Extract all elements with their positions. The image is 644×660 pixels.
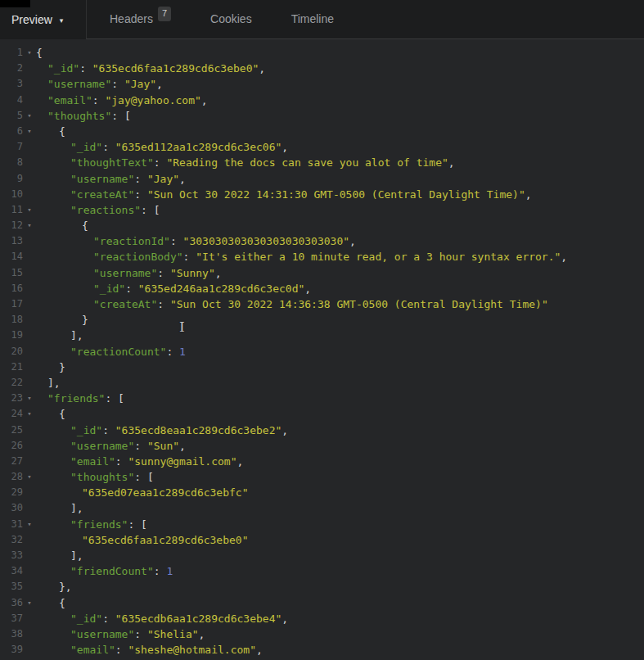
json-punctuation: :	[125, 283, 138, 295]
fold-gutter-spacer	[23, 359, 36, 375]
code-line[interactable]: 12▾{	[0, 218, 644, 233]
fold-gutter-spacer	[23, 281, 36, 296]
json-string: "635ed07eaa1c289cd6c3ebfc"	[82, 486, 249, 499]
code-line-content: "_id": "635ecd6faa1c289cd6c3ebe0",	[36, 61, 644, 76]
tab-timeline[interactable]: Timeline	[291, 0, 358, 38]
code-line[interactable]: 20"reactionCount": 1	[0, 344, 644, 359]
json-preview-editor[interactable]: 1▾{2"_id": "635ecd6faa1c289cd6c3ebe0",3"…	[0, 39, 644, 658]
code-line[interactable]: 16"_id": "635ed246aa1c289cd6c3ec0d",	[0, 281, 644, 296]
code-line[interactable]: 35},	[0, 579, 644, 594]
code-line[interactable]: 27"email": "sunny@gmail.com",	[0, 454, 644, 469]
tab-headers[interactable]: Headers 7	[110, 0, 196, 38]
json-key: "reactions"	[70, 204, 141, 216]
json-punctuation: ,	[304, 283, 311, 295]
line-number: 18	[0, 312, 23, 328]
code-line[interactable]: 4"email": "jay@yahoo.com",	[0, 93, 644, 108]
tab-cookies-label: Cookies	[210, 0, 252, 38]
corner-artifact	[0, 0, 30, 7]
code-line[interactable]: 9"username": "Jay",	[0, 171, 644, 187]
json-key: "_id"	[47, 62, 79, 75]
fold-toggle-icon[interactable]: ▾	[23, 469, 36, 485]
fold-toggle-icon[interactable]: ▾	[23, 202, 36, 218]
code-line[interactable]: 24▾{	[0, 406, 644, 422]
code-line[interactable]: 38"username": "Shelia",	[0, 626, 644, 642]
code-line-content: {	[36, 124, 644, 139]
fold-toggle-icon[interactable]: ▾	[23, 406, 36, 422]
code-line[interactable]: 31▾"friends": [	[0, 517, 644, 532]
code-line-content: "reactionCount": 1	[36, 344, 644, 359]
code-line-content: "username": "Sun",	[36, 438, 644, 454]
code-line[interactable]: 33],	[0, 548, 644, 563]
fold-toggle-icon[interactable]: ▾	[23, 391, 36, 406]
fold-gutter-spacer	[23, 438, 36, 454]
code-line[interactable]: 22],	[0, 375, 644, 391]
fold-gutter-spacer	[23, 249, 36, 264]
code-line[interactable]: 8"thoughtText": "Reading the docs can sa…	[0, 155, 644, 170]
json-string: "Sun"	[147, 440, 179, 452]
code-line[interactable]: 6▾{	[0, 124, 644, 139]
code-line[interactable]: 29"635ed07eaa1c289cd6c3ebfc"	[0, 485, 644, 500]
fold-toggle-icon[interactable]: ▾	[23, 595, 36, 611]
code-line[interactable]: 11▾"reactions": [	[0, 202, 644, 218]
code-line[interactable]: 17"createAt": "Sun Oct 30 2022 14:36:38 …	[0, 296, 644, 312]
code-line-content: "_id": "635ed246aa1c289cd6c3ec0d",	[36, 281, 644, 296]
json-key: "_id"	[70, 141, 102, 153]
code-line[interactable]: 18}	[0, 312, 644, 328]
json-punctuation: :	[154, 565, 167, 577]
json-punctuation: ,	[349, 235, 356, 247]
code-line[interactable]: 28▾"thoughts": [	[0, 469, 644, 485]
fold-toggle-icon[interactable]: ▾	[23, 517, 36, 532]
code-line[interactable]: 32"635ecd6faa1c289cd6c3ebe0"	[0, 532, 644, 548]
code-line[interactable]: 36▾{	[0, 595, 644, 611]
code-line[interactable]: 37"_id": "635ecdb6aa1c289cd6c3ebe4",	[0, 611, 644, 626]
json-punctuation: ,	[156, 78, 163, 90]
json-string: "635ecd6faa1c289cd6c3ebe0"	[82, 534, 249, 546]
code-line-content: "reactions": [	[36, 202, 644, 218]
fold-toggle-icon[interactable]: ▾	[23, 45, 36, 61]
code-line[interactable]: 23▾"friends": [	[0, 391, 644, 406]
code-line-content: ],	[36, 375, 644, 391]
chevron-down-icon: ▾	[60, 15, 64, 25]
code-line-content: ],	[36, 500, 644, 516]
code-line[interactable]: 5▾"thoughts": [	[0, 108, 644, 124]
code-line[interactable]: 34"friendCount": 1	[0, 563, 644, 579]
code-line-content: "createAt": "Sun Oct 30 2022 14:36:38 GM…	[36, 296, 644, 312]
json-key: "username"	[70, 628, 134, 640]
json-string: "Shelia"	[147, 628, 199, 640]
code-line[interactable]: 7"_id": "635ed112aa1c289cd6c3ec06",	[0, 139, 644, 155]
code-line[interactable]: 39"email": "sheshe@hotmail.com",	[0, 642, 644, 658]
tab-timeline-label: Timeline	[291, 0, 334, 38]
json-string: "Reading the docs can save you alot of t…	[166, 156, 448, 169]
code-line[interactable]: 1▾{	[0, 45, 644, 61]
code-line[interactable]: 10"createAt": "Sun Oct 30 2022 14:31:30 …	[0, 187, 644, 202]
code-line[interactable]: 30],	[0, 500, 644, 516]
code-line[interactable]: 2"_id": "635ecd6faa1c289cd6c3ebe0",	[0, 61, 644, 76]
code-line[interactable]: 25"_id": "635ecd8eaa1c289cd6c3ebe2",	[0, 423, 644, 438]
code-line[interactable]: 19],	[0, 328, 644, 343]
json-punctuation: : [	[111, 110, 130, 122]
code-line[interactable]: 21}	[0, 359, 644, 375]
code-line-content: "createAt": "Sun Oct 30 2022 14:31:30 GM…	[36, 187, 644, 202]
code-line[interactable]: 13"reactionId": "30303030303030303030303…	[0, 233, 644, 249]
line-number: 4	[0, 93, 23, 108]
code-line-content: }	[36, 312, 644, 328]
json-punctuation: : [	[141, 204, 160, 216]
code-line[interactable]: 14"reactionBody": "It's either a 10 minu…	[0, 249, 644, 264]
json-key: "createAt"	[70, 188, 134, 201]
json-punctuation: },	[59, 581, 72, 593]
json-string: "635ecdb6aa1c289cd6c3ebe4"	[115, 613, 282, 625]
tab-cookies[interactable]: Cookies	[210, 0, 277, 38]
json-punctuation: {	[59, 597, 65, 609]
tabs-region: Headers 7 Cookies Timeline	[86, 0, 644, 39]
fold-toggle-icon[interactable]: ▾	[23, 124, 36, 139]
fold-gutter-spacer	[23, 532, 36, 548]
fold-toggle-icon[interactable]: ▾	[23, 218, 36, 233]
json-punctuation: :	[115, 644, 128, 656]
fold-toggle-icon[interactable]: ▾	[23, 108, 36, 124]
code-line[interactable]: 26"username": "Sun",	[0, 438, 644, 454]
json-key: "reactionId"	[93, 235, 170, 247]
code-line[interactable]: 3"username": "Jay",	[0, 76, 644, 92]
json-key: "email"	[47, 94, 92, 106]
code-line[interactable]: 15"username": "Sunny",	[0, 265, 644, 281]
code-line-content: "friends": [	[36, 517, 644, 532]
